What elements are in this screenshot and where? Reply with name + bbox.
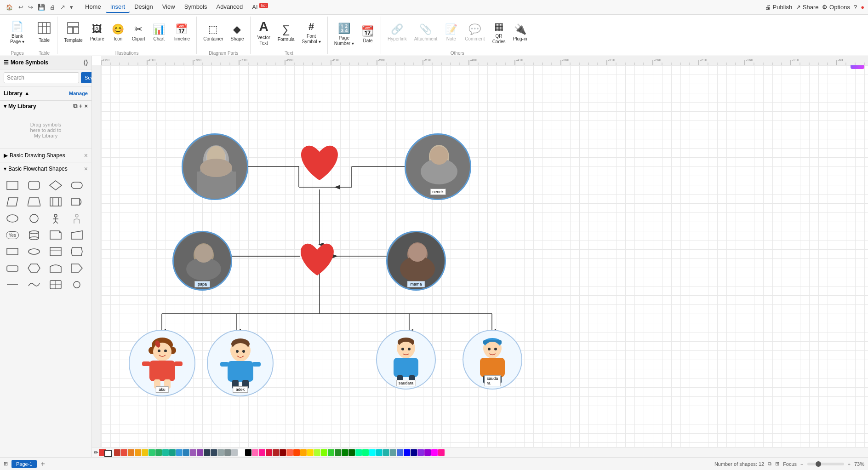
color-swatch[interactable] <box>335 449 341 456</box>
shape-person-outline[interactable] <box>68 211 86 226</box>
shape-note-rect[interactable] <box>47 228 64 242</box>
shape-cross-rect[interactable] <box>47 277 64 292</box>
menu-view[interactable]: View <box>158 1 180 13</box>
hyperlink-btn[interactable]: 🔗 Hyperlink <box>385 17 410 49</box>
shape-wave[interactable] <box>25 277 43 292</box>
shape-rounded-rect2[interactable] <box>4 261 21 275</box>
canvas-area[interactable]: -860-810-760-710-660-610-560-510-460-410… <box>92 56 868 457</box>
menu-advanced[interactable]: Advanced <box>211 1 247 13</box>
shape-hexagon[interactable] <box>25 261 43 275</box>
papa-node[interactable]: papa <box>172 231 232 291</box>
attachment-btn[interactable]: 📎 Attachment <box>411 17 440 49</box>
save-icon[interactable]: 💾 <box>36 3 47 11</box>
my-library-copy-btn[interactable]: ⧉ <box>73 103 77 110</box>
color-swatch[interactable] <box>273 449 279 456</box>
color-swatch[interactable] <box>383 449 389 456</box>
color-swatch[interactable] <box>148 449 155 456</box>
grandma-node[interactable]: nenek <box>405 133 471 200</box>
color-swatch[interactable] <box>417 449 424 456</box>
shape-manual-input[interactable] <box>68 228 86 242</box>
color-swatch[interactable] <box>204 449 210 456</box>
color-swatch[interactable] <box>286 449 293 456</box>
color-swatch[interactable] <box>252 449 258 456</box>
shape-rect-round[interactable] <box>25 178 43 193</box>
zoom-out-btn[interactable]: − <box>800 461 803 467</box>
shape-yes-no[interactable]: Yes <box>4 228 21 242</box>
color-swatch[interactable] <box>238 449 245 456</box>
color-swatch[interactable] <box>300 449 307 456</box>
color-swatch[interactable] <box>162 449 169 456</box>
color-swatch[interactable] <box>135 449 141 456</box>
color-swatch[interactable] <box>128 449 134 456</box>
page-tab-active[interactable]: Page-1 <box>11 460 37 468</box>
shape-circle[interactable] <box>25 211 43 226</box>
color-swatch[interactable] <box>307 449 314 456</box>
comment-btn[interactable]: 💬 Comment <box>462 17 487 49</box>
font-symbol-btn[interactable]: # FontSymbol ▾ <box>299 17 324 49</box>
menu-symbols[interactable]: Symbols <box>180 1 212 13</box>
manage-link[interactable]: Manage <box>69 91 88 96</box>
print-icon[interactable]: 🖨 <box>48 3 57 11</box>
my-library-add-btn[interactable]: + <box>79 103 83 110</box>
timeline-btn[interactable]: 📅 Timeline <box>170 17 193 49</box>
canvas-content[interactable]: nenek papa <box>101 65 868 457</box>
color-swatch[interactable] <box>114 449 120 456</box>
color-swatch[interactable] <box>438 449 445 456</box>
color-swatch[interactable] <box>328 449 334 456</box>
shape-bracket[interactable] <box>68 244 86 259</box>
zoom-in-btn[interactable]: + <box>848 461 851 467</box>
icon-btn[interactable]: 😊 Icon <box>109 17 127 49</box>
qr-codes-btn[interactable]: ▦ QRCodes <box>490 17 508 49</box>
formula-btn[interactable]: ∑ Formula <box>275 17 297 49</box>
color-swatch[interactable] <box>224 449 231 456</box>
shape-rect2[interactable] <box>4 244 21 259</box>
color-swatch[interactable] <box>321 449 327 456</box>
basic-drawing-close[interactable]: × <box>84 152 88 159</box>
focus-btn[interactable]: Focus <box>783 461 797 467</box>
color-swatch[interactable] <box>231 449 238 456</box>
color-swatch[interactable] <box>280 449 286 456</box>
saudara2-node[interactable]: saudara <box>463 330 522 390</box>
color-swatch[interactable] <box>362 449 369 456</box>
shape-arrow-rect[interactable] <box>68 261 86 275</box>
export-icon[interactable]: ↗ <box>58 3 67 11</box>
color-swatch[interactable] <box>183 449 189 456</box>
color-swatch[interactable] <box>411 449 417 456</box>
aku-node[interactable]: aku <box>129 330 195 396</box>
menu-design[interactable]: Design <box>130 1 157 13</box>
note-btn[interactable]: 📝 Note <box>442 17 460 49</box>
shape-parallelogram[interactable] <box>4 195 21 209</box>
saudara1-node[interactable]: saudara <box>376 330 436 390</box>
color-swatch[interactable] <box>369 449 376 456</box>
color-swatch[interactable] <box>314 449 320 456</box>
layer-icon[interactable]: ⧉ <box>768 461 771 467</box>
shape-rect-notch[interactable] <box>47 244 64 259</box>
color-swatch[interactable] <box>397 449 403 456</box>
shape-cylinder[interactable] <box>25 228 43 242</box>
page-view-icon[interactable]: ⊞ <box>4 461 8 467</box>
plug-in-btn[interactable]: 🔌 Plug-in <box>510 17 530 49</box>
page-number-btn[interactable]: 🔢 PageNumber ▾ <box>331 18 357 51</box>
color-swatch[interactable] <box>342 449 348 456</box>
sidebar-collapse-btn[interactable]: ⟨⟩ <box>83 59 88 66</box>
table-btn[interactable]: Table <box>35 17 53 49</box>
color-swatch[interactable] <box>266 449 272 456</box>
color-swatch[interactable] <box>197 449 203 456</box>
shape-ellipse[interactable] <box>4 211 21 226</box>
add-page-btn[interactable]: + <box>40 460 45 468</box>
color-swatch[interactable] <box>355 449 362 456</box>
menu-ai[interactable]: AI hot <box>247 1 272 13</box>
color-swatch[interactable] <box>376 449 383 456</box>
options-btn[interactable]: ⚙ Options <box>822 4 850 11</box>
share-btn[interactable]: ↗ Share <box>796 4 818 11</box>
undo-icon[interactable]: ↩ <box>17 3 25 11</box>
color-swatch[interactable] <box>142 449 148 456</box>
search-input[interactable] <box>4 72 79 83</box>
shape-trapezoid[interactable] <box>25 195 43 209</box>
color-swatch[interactable] <box>155 449 162 456</box>
color-swatch[interactable] <box>211 449 217 456</box>
grid-icon[interactable]: ⊞ <box>775 461 779 467</box>
color-swatch[interactable] <box>404 449 410 456</box>
help-btn[interactable]: ? <box>854 4 857 11</box>
color-swatch[interactable] <box>169 449 176 456</box>
